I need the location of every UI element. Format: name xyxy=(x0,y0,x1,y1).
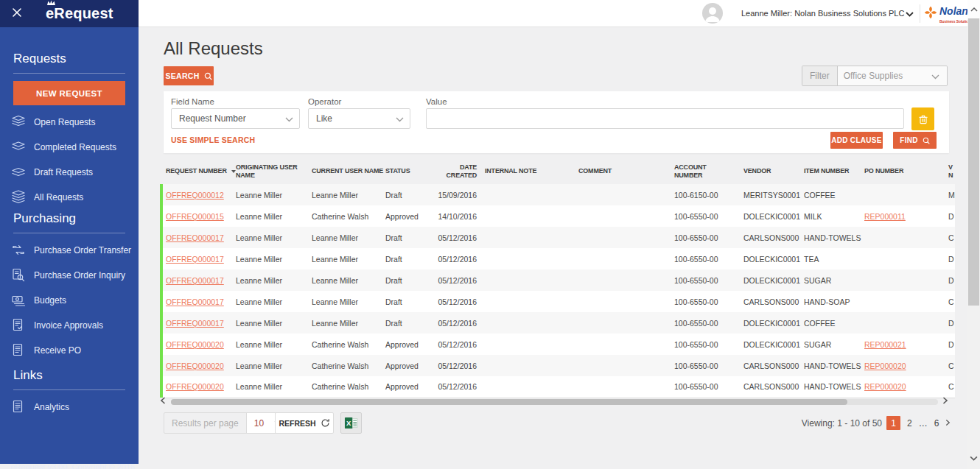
cell-comment xyxy=(575,248,671,269)
field-name-select[interactable]: Request Number xyxy=(171,108,300,129)
refresh-button[interactable]: REFRESH xyxy=(275,412,334,434)
request_number-link[interactable]: OFFREQ000012 xyxy=(166,191,224,200)
cell-comment xyxy=(575,227,671,248)
search-clause-panel: Field Name Operator Value Request Number… xyxy=(164,91,949,153)
cell-comment xyxy=(575,205,671,227)
column-header-vendor[interactable]: VENDOR xyxy=(741,158,801,184)
page-1[interactable]: 1 xyxy=(886,416,900,430)
close-icon[interactable] xyxy=(3,7,31,21)
scrollbar-track[interactable] xyxy=(171,399,938,405)
cell-vendor: DOLECKIC0001 xyxy=(741,248,801,269)
request_number-link[interactable]: OFFREQ000017 xyxy=(166,319,224,328)
po_number-link[interactable]: REP000020 xyxy=(864,362,906,370)
table-row: OFFREQ000017Leanne MillerLeanne MillerDr… xyxy=(163,269,955,291)
column-header-account_number[interactable]: ACCOUNTNUMBER xyxy=(671,158,741,184)
operator-select[interactable]: Like xyxy=(308,108,410,129)
user-menu[interactable]: Leanne Miller: Nolan Business Solutions … xyxy=(741,9,904,18)
sidebar-item-draft-requests[interactable]: Draft Requests xyxy=(10,160,125,185)
scroll-down-icon[interactable] xyxy=(967,451,980,465)
horizontal-scrollbar[interactable] xyxy=(160,398,955,406)
analytics-icon xyxy=(10,399,27,415)
sidebar-item-purchase-order-transfer[interactable]: Purchase Order Transfer xyxy=(10,238,125,263)
avatar[interactable] xyxy=(702,3,723,24)
filter-control: Filter Office Supplies xyxy=(802,66,948,86)
po_number-link[interactable]: REP000020 xyxy=(864,382,906,391)
cell-current_user_name: Catherine Walsh xyxy=(309,205,382,227)
request_number-link[interactable]: OFFREQ000017 xyxy=(166,276,224,285)
sidebar-item-receive-po[interactable]: Receive PO xyxy=(10,338,125,363)
cell-request_number: OFFREQ000017 xyxy=(163,312,233,334)
sidebar-item-purchase-order-inquiry[interactable]: Purchase Order Inquiry xyxy=(10,263,125,288)
scroll-up-icon[interactable] xyxy=(967,0,980,18)
sidebar-item-invoice-approvals[interactable]: Invoice Approvals xyxy=(10,313,125,338)
delete-clause-button[interactable] xyxy=(911,107,934,130)
column-header-current_user_name[interactable]: CURRENT USER NAME xyxy=(309,158,382,184)
cell-account_number: 100-6550-00 xyxy=(671,376,741,398)
cell-current_user_name: Catherine Walsh xyxy=(309,334,382,355)
column-header-item_number[interactable]: ITEM NUMBER xyxy=(801,158,861,184)
column-header-comment[interactable]: COMMENT xyxy=(575,158,671,184)
add-clause-button[interactable]: ADD CLAUSE xyxy=(830,132,883,149)
sidebar-item-all-requests[interactable]: All Requests xyxy=(10,185,125,210)
column-header-status[interactable]: STATUS xyxy=(382,158,434,184)
cell-po_number: REP000020 xyxy=(861,376,945,398)
chevron-down-icon[interactable] xyxy=(906,12,914,17)
column-header-internal_note[interactable]: INTERNAL NOTE xyxy=(480,158,575,184)
scroll-left-icon[interactable] xyxy=(160,397,166,404)
request_number-link[interactable]: OFFREQ000017 xyxy=(166,297,224,306)
use-simple-search-link[interactable]: USE SIMPLE SEARCH xyxy=(171,135,255,144)
cell-status: Approved xyxy=(382,376,434,398)
request_number-link[interactable]: OFFREQ000015 xyxy=(166,212,224,221)
search-button[interactable]: SEARCH xyxy=(164,66,214,85)
column-header-request_number[interactable]: REQUEST NUMBER xyxy=(163,158,233,184)
topbar: Leanne Miller: Nolan Business Solutions … xyxy=(139,0,967,27)
po_number-link[interactable]: REP000021 xyxy=(864,340,906,349)
page-2[interactable]: 2 xyxy=(907,418,912,429)
value-input[interactable] xyxy=(426,108,904,129)
scrollbar-thumb[interactable] xyxy=(968,18,979,306)
page-6[interactable]: 6 xyxy=(934,418,939,429)
request_number-link[interactable]: OFFREQ000020 xyxy=(166,382,224,391)
cell-comment xyxy=(575,376,671,398)
cell-account_number: 100-6550-00 xyxy=(671,291,741,312)
export-excel-button[interactable]: X xyxy=(340,412,362,434)
request_number-link[interactable]: OFFREQ000020 xyxy=(166,362,224,370)
request_number-link[interactable]: OFFREQ000017 xyxy=(166,233,224,242)
scrollbar-thumb[interactable] xyxy=(171,399,847,405)
cell-item_number: HAND-TOWELS xyxy=(801,376,861,398)
cell-item_number: COFFEE xyxy=(801,312,861,334)
cell-internal_note xyxy=(480,312,575,334)
column-header-originating_user_name[interactable]: ORIGINATING USERNAME xyxy=(233,158,309,184)
cell-current_user_name: Leanne Miller xyxy=(309,184,382,205)
table-row: OFFREQ000017Leanne MillerLeanne MillerDr… xyxy=(163,312,955,334)
column-header-vendor_name[interactable]: VN xyxy=(945,158,955,184)
nolan-logo[interactable]: NolanBusiness Solutions xyxy=(924,6,973,27)
cell-item_number: SUGAR xyxy=(801,334,861,355)
table-row: OFFREQ000017Leanne MillerLeanne MillerDr… xyxy=(163,291,955,312)
new-request-button[interactable]: NEW REQUEST xyxy=(13,81,125,105)
open-requests-icon xyxy=(10,114,27,130)
sidebar-item-completed-requests[interactable]: Completed Requests xyxy=(10,135,125,160)
request_number-link[interactable]: OFFREQ000020 xyxy=(166,340,224,349)
po_number-link[interactable]: REP000011 xyxy=(864,212,906,221)
cell-account_number: 100-6550-00 xyxy=(671,227,741,248)
cell-vendor: MERITSYS0001 xyxy=(741,184,801,205)
column-header-date_created[interactable]: DATECREATED xyxy=(434,158,480,184)
cell-vendor_name: D xyxy=(945,334,955,355)
filter-select[interactable]: Office Supplies xyxy=(838,66,947,85)
table-row: OFFREQ000017Leanne MillerLeanne MillerDr… xyxy=(163,227,955,248)
sidebar-item-open-requests[interactable]: Open Requests xyxy=(10,110,125,135)
cell-po_number xyxy=(861,227,945,248)
vertical-scrollbar[interactable] xyxy=(967,0,980,469)
sidebar-item-budgets[interactable]: Budgets xyxy=(10,288,125,313)
next-page-icon[interactable] xyxy=(945,419,951,426)
row-status-bar xyxy=(160,184,163,398)
sidebar-item-label: All Requests xyxy=(34,192,83,202)
request_number-link[interactable]: OFFREQ000017 xyxy=(166,255,224,264)
page-ellipsis: … xyxy=(919,418,928,429)
refresh-icon xyxy=(321,418,330,428)
sidebar-item-analytics[interactable]: Analytics xyxy=(10,395,125,420)
scroll-right-icon[interactable] xyxy=(942,397,948,404)
find-button[interactable]: FIND xyxy=(893,132,937,149)
column-header-po_number[interactable]: PO NUMBER xyxy=(861,158,945,184)
